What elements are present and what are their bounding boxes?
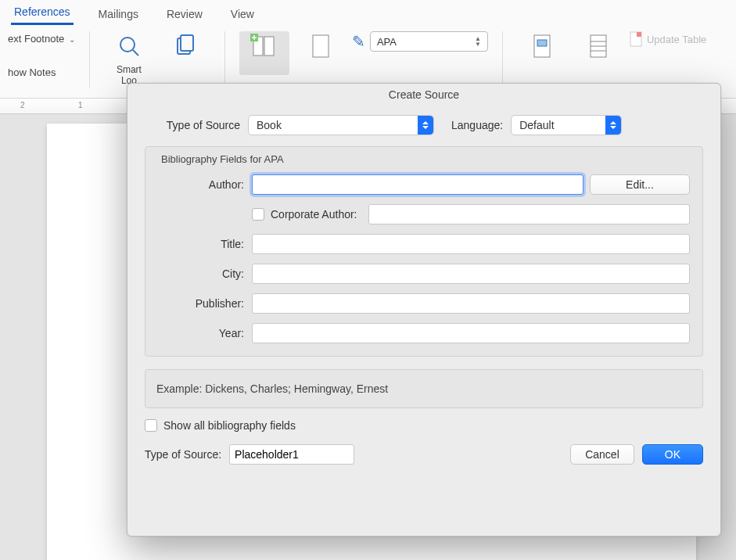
svg-rect-11 (537, 40, 547, 46)
author-label: Author: (158, 178, 244, 191)
insert-bibliography-button[interactable]: Insert (517, 31, 567, 75)
books-icon (171, 31, 200, 61)
example-box: Example: Dickens, Charles; Hemingway, Er… (145, 369, 703, 408)
svg-rect-17 (637, 32, 641, 37)
ok-button[interactable]: OK (642, 444, 703, 465)
citations-button[interactable]: Citations (296, 31, 346, 75)
show-all-fields-label: Show all bibliography fields (163, 419, 296, 432)
city-label: City: (158, 267, 244, 280)
next-footnote-menu[interactable]: ext Footnote ⌄ (8, 31, 75, 46)
create-source-dialog: Create Source Type of Source Book Langua… (127, 83, 721, 537)
language-label: Language: (451, 119, 503, 131)
tab-view[interactable]: View (228, 5, 257, 25)
biblio-fieldset: Bibliography Fields for APA Author: Edit… (145, 146, 703, 357)
title-label: Title: (158, 238, 244, 250)
svg-line-1 (133, 50, 138, 56)
separator (502, 31, 503, 88)
year-label: Year: (158, 327, 244, 339)
select-caret-icon (605, 116, 621, 135)
tagname-label: Type of Source: (145, 448, 221, 461)
show-notes-button[interactable]: how Notes (8, 65, 56, 80)
author-input[interactable] (252, 174, 583, 195)
bibliography-icon (527, 31, 557, 61)
separator (224, 31, 225, 88)
ribbon-tabs: References Mailings Review View (0, 0, 736, 25)
publisher-label: Publisher: (158, 297, 244, 310)
citation-style-select[interactable]: APA ▲▼ (370, 31, 488, 52)
svg-rect-3 (181, 35, 193, 51)
svg-rect-5 (264, 37, 274, 56)
show-all-fields-checkbox[interactable] (145, 419, 157, 432)
insert-table-button[interactable]: Insert Table (573, 31, 623, 75)
update-table-button[interactable]: Update Table (630, 31, 706, 47)
tagname-input[interactable] (229, 444, 354, 465)
chevron-down-icon: ⌄ (69, 35, 75, 44)
cancel-button[interactable]: Cancel (570, 444, 634, 465)
type-of-source-label: Type of Source (145, 119, 240, 131)
table-icon (583, 31, 613, 61)
insert-citation-button[interactable]: Insert (239, 31, 289, 75)
language-select[interactable]: Default (511, 115, 622, 135)
citation-icon (306, 31, 336, 61)
pencil-icon: ✎ (352, 32, 365, 51)
biblio-legend: Bibliography Fields for APA (161, 153, 690, 165)
tab-review[interactable]: Review (163, 5, 206, 25)
svg-point-0 (120, 38, 135, 52)
type-of-source-select[interactable]: Book (248, 115, 434, 135)
insert-citation-icon (250, 31, 279, 61)
tab-mailings[interactable]: Mailings (95, 5, 142, 25)
edit-author-button[interactable]: Edit... (590, 174, 690, 195)
stepper-icon: ▲▼ (475, 36, 481, 47)
separator (89, 31, 90, 88)
year-input[interactable] (252, 323, 690, 343)
select-caret-icon (418, 116, 433, 135)
dialog-title: Create Source (127, 84, 720, 107)
page-icon (630, 31, 644, 47)
corporate-author-checkbox[interactable] (252, 208, 264, 221)
corporate-author-input[interactable] (368, 204, 690, 224)
city-input[interactable] (252, 264, 690, 284)
title-input[interactable] (252, 234, 690, 254)
corporate-author-label: Corporate Author: (271, 208, 357, 221)
tab-references[interactable]: References (11, 2, 74, 25)
search-icon (114, 31, 144, 61)
researcher-button[interactable]: Researcher (160, 31, 210, 75)
svg-rect-9 (313, 35, 329, 57)
publisher-input[interactable] (252, 293, 690, 314)
smart-lookup-button[interactable]: Smart Loo (104, 31, 154, 86)
